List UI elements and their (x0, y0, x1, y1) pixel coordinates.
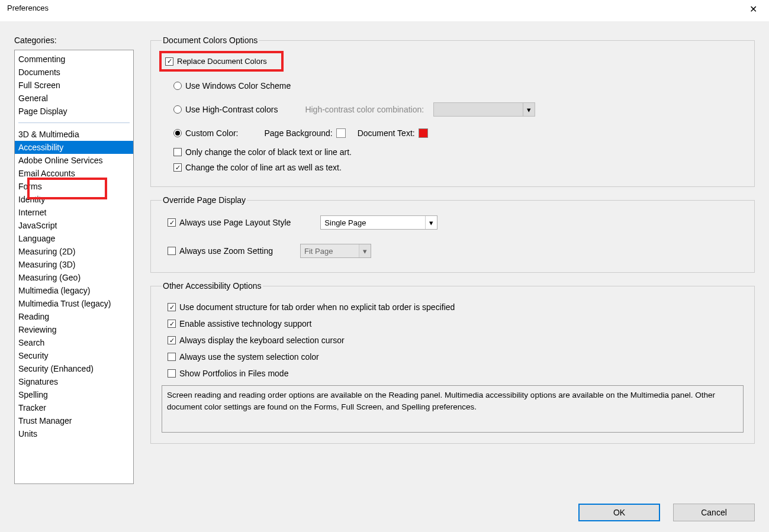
combo-layout-style[interactable]: Single Page ▾ (320, 215, 437, 230)
sidebar-item-page-display[interactable]: Page Display (15, 105, 133, 118)
window-title: Preferences (7, 4, 49, 12)
group-legend: Other Accessibility Options (162, 281, 263, 291)
checkbox-sys-color[interactable] (168, 353, 176, 361)
checkbox-assistive[interactable] (168, 320, 176, 328)
sidebar-item-units[interactable]: Units (15, 427, 133, 440)
group-other-accessibility: Other Accessibility Options Use document… (150, 281, 755, 444)
categories-label: Categories: (14, 36, 134, 45)
label-doc-text: Document Text: (358, 128, 415, 138)
swatch-doc-text[interactable] (419, 128, 428, 138)
sidebar-item-signatures[interactable]: Signatures (15, 375, 133, 388)
sidebar-item-3d-multimedia[interactable]: 3D & Multimedia (15, 128, 133, 141)
sidebar-item-multimedia-legacy-[interactable]: Multimedia (legacy) (15, 284, 133, 297)
sidebar-item-search[interactable]: Search (15, 336, 133, 349)
group-legend: Override Page Display (162, 195, 247, 205)
sidebar-item-adobe-online-services[interactable]: Adobe Online Services (15, 154, 133, 167)
checkbox-tab-order[interactable] (168, 303, 176, 311)
sidebar-item-documents[interactable]: Documents (15, 66, 133, 79)
sidebar-item-security[interactable]: Security (15, 349, 133, 362)
swatch-page-bg[interactable] (336, 128, 346, 138)
combo-zoom-setting: Fit Page ▾ (300, 244, 371, 258)
label-kb-cursor: Always display the keyboard selection cu… (179, 336, 345, 345)
checkbox-change-lineart[interactable] (173, 163, 182, 172)
label-hc-combo: High-contrast color combination: (305, 105, 424, 114)
label-assistive: Enable assistive technology support (179, 319, 311, 328)
sidebar-item-identity[interactable]: Identity (15, 193, 133, 206)
sidebar-item-full-screen[interactable]: Full Screen (15, 79, 133, 92)
cancel-button[interactable]: Cancel (673, 504, 755, 521)
sidebar-item-general[interactable]: General (15, 92, 133, 105)
label-zoom-setting: Always use Zoom Setting (179, 246, 273, 256)
group-override-page-display: Override Page Display Always use Page La… (150, 195, 755, 273)
radio-use-hc[interactable] (173, 105, 182, 114)
checkbox-replace-colors[interactable] (165, 57, 173, 66)
sidebar-item-internet[interactable]: Internet (15, 206, 133, 219)
sidebar-item-measuring-2d-[interactable]: Measuring (2D) (15, 245, 133, 258)
sidebar-item-language[interactable]: Language (15, 232, 133, 245)
categories-list: CommentingDocumentsFull ScreenGeneralPag… (14, 50, 134, 484)
sidebar-item-forms[interactable]: Forms (15, 180, 133, 193)
checkbox-zoom-setting[interactable] (168, 247, 176, 255)
group-document-colors: Document Colors Options Replace Document… (150, 36, 755, 187)
label-use-hc: Use High-Contrast colors (185, 105, 278, 114)
ok-button[interactable]: OK (578, 504, 660, 521)
checkbox-layout-style[interactable] (168, 218, 176, 227)
label-change-lineart: Change the color of line art as well as … (185, 163, 342, 172)
sidebar-item-measuring-geo-[interactable]: Measuring (Geo) (15, 271, 133, 284)
highlight-replace-colors: Replace Document Colors (159, 51, 284, 72)
combo-hc: ▾ (433, 102, 535, 117)
checkbox-kb-cursor[interactable] (168, 336, 176, 344)
label-replace-colors: Replace Document Colors (177, 57, 267, 66)
label-tab-order: Use document structure for tab order whe… (179, 302, 455, 312)
label-portfolios: Show Portfolios in Files mode (179, 369, 288, 378)
chevron-down-icon: ▾ (523, 103, 535, 116)
sidebar-item-tracker[interactable]: Tracker (15, 401, 133, 414)
radio-use-windows[interactable] (173, 82, 182, 90)
sidebar-item-security-enhanced-[interactable]: Security (Enhanced) (15, 362, 133, 375)
info-text: Screen reading and reading order options… (162, 385, 744, 433)
label-custom-color: Custom Color: (185, 128, 238, 138)
sidebar-item-measuring-3d-[interactable]: Measuring (3D) (15, 258, 133, 271)
sidebar-item-accessibility[interactable]: Accessibility (15, 141, 133, 154)
sidebar-item-reviewing[interactable]: Reviewing (15, 323, 133, 336)
label-use-windows: Use Windows Color Scheme (185, 81, 291, 91)
close-icon[interactable]: ✕ (745, 4, 762, 15)
sidebar-item-javascript[interactable]: JavaScript (15, 219, 133, 232)
checkbox-only-black[interactable] (173, 148, 182, 156)
label-sys-color: Always use the system selection color (179, 352, 319, 362)
label-layout-style: Always use Page Layout Style (179, 218, 291, 227)
radio-custom-color[interactable] (173, 129, 182, 137)
combo-zoom-value: Fit Page (304, 247, 333, 256)
combo-layout-value: Single Page (324, 218, 366, 227)
sidebar-item-commenting[interactable]: Commenting (15, 53, 133, 66)
sidebar-item-email-accounts[interactable]: Email Accounts (15, 167, 133, 180)
category-divider (18, 122, 130, 123)
label-only-black: Only change the color of black text or l… (185, 147, 352, 157)
chevron-down-icon[interactable]: ▾ (425, 216, 437, 229)
checkbox-portfolios[interactable] (168, 369, 176, 378)
sidebar-item-spelling[interactable]: Spelling (15, 388, 133, 401)
sidebar-item-reading[interactable]: Reading (15, 310, 133, 323)
chevron-down-icon: ▾ (359, 244, 371, 257)
sidebar-item-trust-manager[interactable]: Trust Manager (15, 414, 133, 427)
sidebar-item-multimedia-trust-legacy-[interactable]: Multimedia Trust (legacy) (15, 297, 133, 310)
label-page-bg: Page Background: (264, 128, 332, 138)
group-legend: Document Colors Options (162, 36, 259, 45)
